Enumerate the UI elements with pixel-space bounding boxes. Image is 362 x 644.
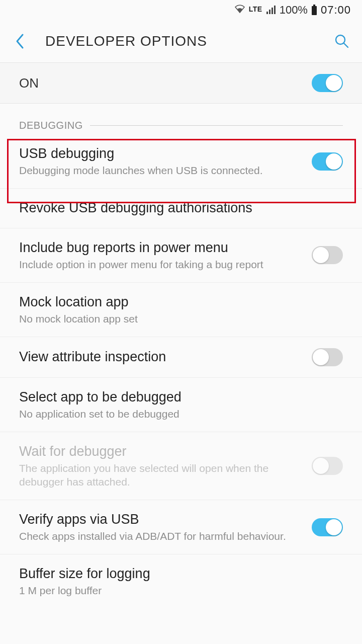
setting-revoke-usb-auth[interactable]: Revoke USB debugging authorisations: [0, 189, 362, 228]
section-label: DEBUGGING: [19, 120, 83, 131]
setting-title: View attribute inspection: [19, 349, 302, 366]
setting-desc: No mock location app set: [19, 312, 343, 326]
toggle-wait-for-debugger: [312, 457, 343, 475]
signal-icon: [265, 5, 277, 15]
setting-view-attr-inspection[interactable]: View attribute inspection: [0, 337, 362, 378]
back-button[interactable]: [9, 30, 31, 52]
toggle-view-attr-inspection[interactable]: [312, 348, 343, 366]
svg-rect-0: [312, 6, 317, 15]
setting-title: Wait for debugger: [19, 443, 302, 460]
battery-pct: 100%: [280, 4, 308, 17]
svg-line-3: [344, 43, 348, 47]
setting-text: Verify apps via USBCheck apps installed …: [19, 511, 302, 543]
master-toggle[interactable]: [312, 74, 343, 92]
search-icon: [334, 33, 350, 49]
lte-indicator: LTE: [249, 5, 262, 13]
master-toggle-label: ON: [19, 75, 312, 91]
app-header: DEVELOPER OPTIONS: [0, 20, 362, 62]
setting-text: Select app to be debuggedNo application …: [19, 389, 343, 421]
setting-title: Select app to be debugged: [19, 389, 343, 406]
chevron-left-icon: [15, 33, 25, 49]
search-button[interactable]: [331, 30, 353, 52]
setting-text: Buffer size for logging1 M per log buffe…: [19, 566, 343, 597]
setting-desc: Debugging mode launches when USB is conn…: [19, 164, 302, 177]
setting-text: Include bug reports in power menuInclude…: [19, 239, 302, 271]
setting-title: Revoke USB debugging authorisations: [19, 200, 343, 217]
setting-text: View attribute inspection: [19, 349, 302, 366]
setting-desc: The application you have selected will o…: [19, 461, 302, 489]
page-title: DEVELOPER OPTIONS: [31, 33, 331, 49]
setting-text: USB debuggingDebugging mode launches whe…: [19, 145, 302, 177]
setting-title: Verify apps via USB: [19, 511, 302, 528]
setting-desc: No application set to be debugged: [19, 407, 343, 421]
setting-title: Mock location app: [19, 294, 343, 311]
setting-select-app-debug[interactable]: Select app to be debuggedNo application …: [0, 378, 362, 432]
setting-title: Buffer size for logging: [19, 566, 343, 583]
setting-text: Wait for debuggerThe application you hav…: [19, 443, 302, 489]
setting-title: USB debugging: [19, 145, 302, 163]
setting-title: Include bug reports in power menu: [19, 239, 302, 257]
setting-desc: Include option in power menu for taking …: [19, 258, 302, 271]
toggle-usb-debugging[interactable]: [312, 152, 343, 171]
setting-buffer-size-logging[interactable]: Buffer size for logging1 M per log buffe…: [0, 554, 362, 608]
svg-rect-1: [313, 5, 315, 6]
setting-wait-for-debugger: Wait for debuggerThe application you hav…: [0, 432, 362, 500]
clock: 07:00: [321, 4, 351, 17]
settings-list: USB debuggingDebugging mode launches whe…: [0, 134, 362, 608]
setting-text: Mock location appNo mock location app se…: [19, 294, 343, 326]
setting-desc: Check apps installed via ADB/ADT for har…: [19, 529, 302, 543]
section-header-debugging: DEBUGGING: [0, 104, 362, 134]
battery-icon: [311, 5, 318, 16]
setting-bug-reports-power[interactable]: Include bug reports in power menuInclude…: [0, 228, 362, 283]
setting-usb-debugging[interactable]: USB debuggingDebugging mode launches whe…: [0, 134, 362, 189]
master-toggle-row[interactable]: ON: [0, 62, 362, 104]
setting-verify-apps-usb[interactable]: Verify apps via USBCheck apps installed …: [0, 500, 362, 554]
toggle-bug-reports-power[interactable]: [312, 246, 343, 264]
section-divider: [90, 125, 343, 126]
wifi-icon: [234, 4, 246, 17]
setting-mock-location[interactable]: Mock location appNo mock location app se…: [0, 283, 362, 337]
status-bar: LTE 100% 07:00: [0, 0, 362, 20]
toggle-verify-apps-usb[interactable]: [312, 518, 343, 536]
setting-text: Revoke USB debugging authorisations: [19, 200, 343, 217]
setting-desc: 1 M per log buffer: [19, 584, 343, 597]
